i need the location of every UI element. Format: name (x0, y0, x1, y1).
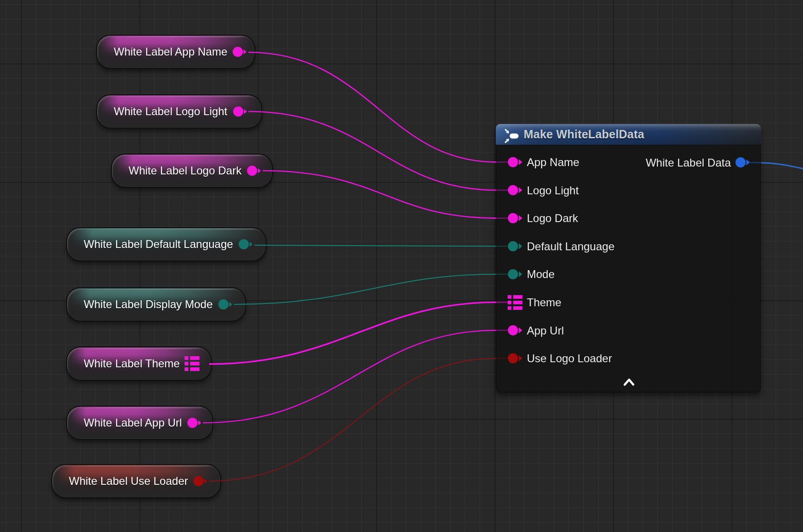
svg-text:App Url: App Url (527, 324, 564, 337)
svg-text:Mode: Mode (527, 268, 555, 280)
svg-text:Use Logo Loader: Use Logo Loader (527, 352, 612, 365)
svg-text:App Name: App Name (527, 156, 579, 168)
svg-text:Logo Light: Logo Light (527, 184, 579, 197)
svg-text:Logo Dark: Logo Dark (527, 212, 579, 224)
svg-text:Theme: Theme (527, 296, 562, 309)
svg-text:Default Language: Default Language (527, 240, 615, 253)
svg-text:White Label Data: White Label Data (646, 156, 731, 169)
